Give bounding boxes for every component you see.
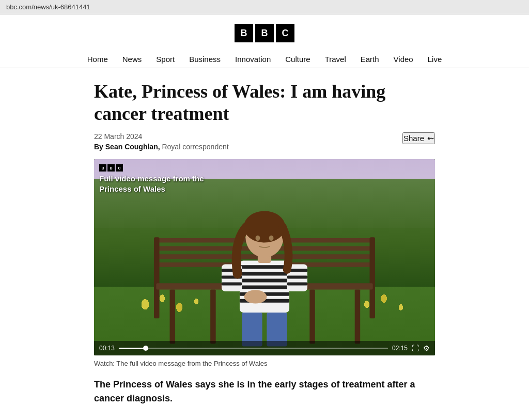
nav-item-home[interactable]: Home [80, 51, 115, 68]
video-overlay-title: Full video message from the Princess of … [99, 174, 223, 194]
nav-item-news[interactable]: News [115, 51, 149, 68]
meta-left: 22 March 2024 By Sean Coughlan, Royal co… [94, 132, 402, 151]
svg-rect-8 [210, 290, 215, 344]
browser-address-bar[interactable]: bbc.com/news/uk-68641441 [0, 0, 529, 14]
video-scene: B B C Full video message from the Prince… [94, 159, 435, 355]
nav-item-earth[interactable]: Earth [353, 51, 386, 68]
svg-rect-24 [287, 276, 307, 279]
logo-b1: B [235, 24, 253, 42]
svg-point-32 [256, 236, 260, 241]
article-meta: 22 March 2024 By Sean Coughlan, Royal co… [94, 132, 435, 151]
logo-c: C [276, 24, 294, 42]
video-controls[interactable]: 00:13 02:15 ⛶ ⚙ [94, 341, 435, 355]
svg-rect-4 [154, 238, 159, 319]
main-nav: Home News Sport Business Innovation Cult… [80, 51, 449, 68]
video-overlay: B B C Full video message from the Prince… [99, 164, 223, 194]
bbc-bug: B B C [99, 164, 223, 172]
meta-right: Share ⇜ [402, 132, 435, 144]
video-caption: Watch: The full video message from the P… [94, 360, 435, 367]
video-icon-group: ⛶ ⚙ [412, 344, 430, 352]
article-main: Kate, Princess of Wales: I am having can… [84, 68, 445, 420]
bug-b2: B [107, 164, 115, 172]
nav-item-business[interactable]: Business [182, 51, 228, 68]
bug-b1: B [99, 164, 106, 172]
share-label: Share [403, 134, 424, 143]
nav-item-sport[interactable]: Sport [149, 51, 182, 68]
nav-item-video[interactable]: Video [386, 51, 421, 68]
settings-icon[interactable]: ⚙ [423, 344, 430, 352]
svg-rect-9 [309, 290, 315, 344]
article-date: 22 March 2024 [94, 132, 402, 141]
video-progress-bar[interactable] [119, 348, 388, 349]
svg-rect-5 [370, 238, 375, 319]
site-header: B B C Home News Sport Business Innovatio… [0, 14, 529, 68]
video-duration: 02:15 [392, 345, 408, 352]
svg-point-33 [269, 236, 274, 241]
author-role: Royal correspondent [160, 143, 229, 151]
nav-item-innovation[interactable]: Innovation [228, 51, 278, 68]
svg-point-26 [244, 290, 267, 304]
svg-rect-10 [355, 290, 360, 344]
author-prefix: By Sean Coughlan, [94, 143, 160, 151]
share-button[interactable]: Share ⇜ [402, 132, 435, 144]
video-current-time: 00:13 [99, 345, 115, 352]
nav-item-live[interactable]: Live [421, 51, 449, 68]
video-progress-fill [119, 348, 146, 349]
video-progress-dot [143, 346, 148, 351]
article-author: By Sean Coughlan, Royal correspondent [94, 143, 402, 151]
svg-rect-12 [240, 266, 289, 269]
logo-b2: B [255, 24, 274, 42]
svg-rect-7 [170, 290, 175, 344]
share-icon: ⇜ [427, 133, 434, 143]
video-container[interactable]: B B C Full video message from the Prince… [94, 159, 435, 355]
article-lead-paragraph: The Princess of Wales says she is in the… [94, 378, 435, 406]
svg-rect-15 [240, 286, 289, 289]
url-text: bbc.com/news/uk-68641441 [6, 3, 90, 11]
bbc-logo: B B C [235, 24, 294, 42]
svg-rect-14 [240, 279, 289, 283]
svg-rect-21 [222, 283, 242, 286]
nav-item-culture[interactable]: Culture [278, 51, 317, 68]
video-scene-illustration [111, 189, 418, 355]
article-title: Kate, Princess of Wales: I am having can… [94, 81, 435, 125]
fullscreen-icon[interactable]: ⛶ [412, 344, 419, 352]
nav-item-travel[interactable]: Travel [318, 51, 353, 68]
svg-rect-25 [287, 283, 307, 286]
bug-c: C [116, 164, 123, 172]
svg-rect-13 [240, 272, 289, 276]
